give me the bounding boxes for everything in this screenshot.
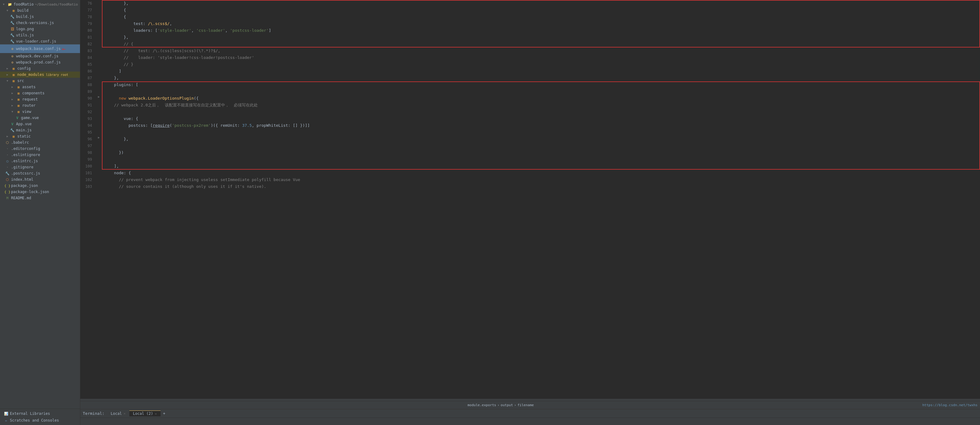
code-line-85: // } — [102, 61, 980, 68]
line-number-83: 83 — [80, 48, 96, 54]
gitignore-icon: · — [5, 165, 10, 170]
sidebar-item-router[interactable]: ▶ ■ router — [0, 102, 80, 109]
sidebar-item-assets[interactable]: ▶ ■ assets — [0, 84, 80, 90]
code-row-89: 89 — [80, 88, 980, 95]
eslintrc-label: .eslintrc.js — [11, 159, 38, 163]
gutter-96: ▶ — [96, 136, 102, 139]
status-url: https://blog.csdn.net/twxhs — [922, 403, 978, 407]
scratches-label: Scratches and Consoles — [10, 418, 59, 423]
build-js-label: build.js — [16, 14, 34, 19]
line-number-76: 76 — [80, 0, 96, 7]
config-triangle-icon: ▶ — [5, 66, 10, 71]
editor-content[interactable]: 76 }, 77 { 78 { — [80, 0, 980, 398]
sidebar-item-gitignore[interactable]: · .gitignore — [0, 164, 80, 170]
line-number-96: 96 — [80, 136, 96, 143]
sidebar-item-index-html[interactable]: ⬡ index.html — [0, 176, 80, 182]
sidebar: ▼ 📁 foodRatio ~/Downloads/foodRatio ▼ ■ … — [0, 0, 80, 425]
code-row-102: 102 // prevent webpack from injecting us… — [80, 176, 980, 183]
view-label: view — [22, 109, 31, 114]
sidebar-item-build[interactable]: ▼ ■ build — [0, 7, 80, 14]
components-folder-icon: ■ — [16, 91, 21, 96]
sidebar-item-request[interactable]: ▶ ■ request — [0, 96, 80, 102]
code-line-98: }) — [102, 149, 980, 156]
sidebar-item-babelrc[interactable]: ⬡ .babelrc — [0, 140, 80, 146]
code-row-92: 92 — [80, 109, 980, 115]
code-row-96: 96 ▶ }, — [80, 136, 980, 143]
sidebar-item-readme[interactable]: M README.md — [0, 195, 80, 201]
src-triangle-icon: ▼ — [5, 78, 10, 83]
code-line-88: plugins: [ — [102, 81, 980, 88]
sidebar-item-main-js[interactable]: 🔧 main.js — [0, 127, 80, 133]
static-label: static — [17, 134, 30, 138]
sidebar-item-package-lock[interactable]: { } package-lock.json — [0, 189, 80, 195]
line-number-80: 80 — [80, 27, 96, 34]
line-number-91: 91 — [80, 102, 96, 109]
sidebar-item-webpack-dev[interactable]: ⚙ webpack.dev.conf.js — [0, 53, 80, 59]
sidebar-item-webpack-prod[interactable]: ⚙ webpack.prod.conf.js — [0, 59, 80, 65]
sidebar-item-eslintignore[interactable]: · .eslintignore — [0, 152, 80, 158]
sidebar-item-postcssrc[interactable]: 🔧 .postcssrc.js — [0, 170, 80, 176]
sidebar-item-components[interactable]: ▶ ■ components — [0, 90, 80, 96]
line-number-81: 81 — [80, 34, 96, 41]
sidebar-item-game-vue[interactable]: V game.vue — [0, 115, 80, 121]
sidebar-item-editorconfig[interactable]: · .editorconfig — [0, 146, 80, 152]
sidebar-item-check-versions[interactable]: 🔧 check-versions.js — [0, 20, 80, 26]
sidebar-item-logo[interactable]: 🖼 logo.png — [0, 26, 80, 32]
terminal-tab-local2-label: Local (2) — [133, 411, 153, 416]
code-row-78: 78 { — [80, 14, 980, 21]
code-line-102: // prevent webpack from injecting useles… — [102, 176, 980, 183]
src-folder-icon: ■ — [11, 78, 16, 83]
config-label: config — [17, 66, 30, 71]
terminal-tab-local2[interactable]: Local (2) ✕ — [129, 411, 161, 416]
code-line-76: }, — [102, 0, 980, 7]
eslintignore-icon: · — [5, 152, 10, 157]
line-number-99: 99 — [80, 156, 96, 163]
sidebar-item-utils[interactable]: 🔧 utils.js — [0, 32, 80, 38]
sidebar-item-config[interactable]: ▶ ■ config — [0, 65, 80, 71]
terminal-tab-local[interactable]: Local ✕ — [107, 411, 129, 416]
readme-icon: M — [5, 195, 10, 200]
logo-label: logo.png — [16, 27, 34, 31]
sidebar-item-vue-loader[interactable]: 🔧 vue-loader.conf.js — [0, 38, 80, 44]
terminal-add-button[interactable]: + — [161, 411, 168, 416]
sidebar-item-scratches[interactable]: ✏ Scratches and Consoles — [2, 417, 78, 424]
static-folder-icon: ■ — [11, 134, 16, 139]
code-line-101: node: { — [102, 170, 980, 176]
line-number-98: 98 — [80, 149, 96, 156]
line-number-87: 87 — [80, 75, 96, 81]
line-number-89: 89 — [80, 88, 96, 95]
sidebar-item-webpack-base[interactable]: ⚙ webpack.base.conf.js ← — [0, 44, 80, 53]
terminal-tab-local2-close[interactable]: ✕ — [155, 412, 157, 415]
sidebar-item-package-json[interactable]: { } package.json — [0, 182, 80, 189]
line-number-93: 93 — [80, 115, 96, 122]
scratches-icon: ✏ — [4, 418, 9, 423]
sidebar-item-src[interactable]: ▼ ■ src — [0, 78, 80, 84]
terminal-tab-local-close[interactable]: ✕ — [124, 412, 126, 415]
scrollbar-x[interactable] — [80, 398, 980, 401]
line-number-97: 97 — [80, 143, 96, 149]
sidebar-root[interactable]: ▼ 📁 foodRatio ~/Downloads/foodRatio — [0, 1, 80, 7]
terminal-area: Terminal: Local ✕ Local (2) ✕ + — [80, 409, 980, 425]
status-bar: module.exports › output › filename https… — [80, 401, 980, 409]
code-row-99: 99 — [80, 156, 980, 163]
sidebar-item-app-vue[interactable]: V App.vue — [0, 121, 80, 127]
code-row-85: 85 // } — [80, 61, 980, 68]
sidebar-item-build-js[interactable]: 🔧 build.js — [0, 14, 80, 20]
line-number-100: 100 — [80, 163, 96, 170]
code-row-79: 79 test: /\.scss$/, — [80, 21, 980, 27]
sidebar-item-node-modules[interactable]: ▶ ■ node_modules library root — [0, 71, 80, 78]
webpack-base-icon: ⚙ — [10, 46, 15, 51]
code-row-80: 80 loaders: ['style-loader', 'css-loader… — [80, 27, 980, 34]
external-libraries-icon: 📊 — [4, 411, 9, 416]
sidebar-item-static[interactable]: ▶ ■ static — [0, 133, 80, 140]
gutter-90: ▶ — [96, 95, 102, 98]
sidebar-item-external-libraries[interactable]: 📊 External Libraries — [2, 410, 78, 417]
line-number-78: 78 — [80, 14, 96, 21]
request-label: request — [22, 97, 38, 101]
editorconfig-icon: · — [5, 146, 10, 151]
line-number-95: 95 — [80, 129, 96, 136]
line-number-94: 94 — [80, 122, 96, 129]
sidebar-item-eslintrc[interactable]: ○ .eslintrc.js — [0, 158, 80, 164]
sidebar-item-view[interactable]: ▼ ■ view — [0, 109, 80, 115]
breadcrumb-1: module.exports — [468, 403, 496, 407]
